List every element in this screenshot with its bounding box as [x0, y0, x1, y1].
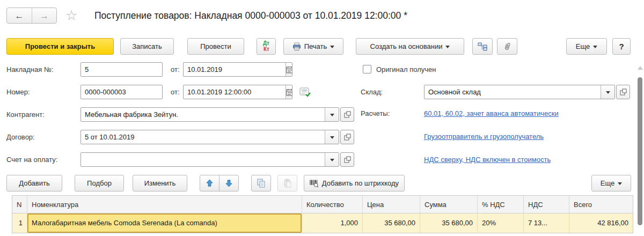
warehouse-value[interactable]: Основной склад	[425, 88, 601, 96]
from-label: от:	[171, 85, 180, 100]
counterparty-value[interactable]: Мебельная фабрика Зейтун.	[81, 110, 325, 119]
cell-price[interactable]: 35 680,00	[363, 213, 420, 233]
arrow-down-icon	[225, 179, 233, 187]
warehouse-dropdown-button[interactable]	[601, 85, 614, 99]
post-and-close-button[interactable]: Провести и закрыть	[6, 38, 114, 55]
original-received-label: Оригинал получен	[376, 62, 436, 77]
table-row[interactable]: 1 Малогабаритная мебель Comoda Serenada …	[12, 213, 633, 233]
contract-field[interactable]: 5 от 10.01.2019	[80, 130, 339, 144]
change-items-button[interactable]: Изменить	[133, 175, 187, 191]
vat-settings-link[interactable]: НДС сверху, НДС включен в стоимость	[424, 156, 551, 164]
more-actions-button[interactable]: Еще	[566, 38, 607, 55]
add-by-barcode-button[interactable]: Добавить по штрихкоду	[304, 175, 405, 191]
calendar-button[interactable]	[286, 85, 292, 99]
consignor-consignee-link[interactable]: Грузоотправитель и грузополучатель	[424, 132, 544, 141]
number-input[interactable]	[81, 85, 163, 99]
chevron-down-icon	[330, 46, 334, 50]
warehouse-open-button[interactable]	[616, 85, 630, 99]
contract-value[interactable]: 5 от 10.01.2019	[81, 133, 325, 141]
add-row-button[interactable]: Добавить	[6, 175, 62, 191]
paperclip-icon	[503, 42, 512, 51]
column-header-sum: Сумма	[420, 196, 478, 213]
barcode-icon	[310, 179, 319, 188]
contract-dropdown-button[interactable]	[325, 130, 339, 144]
items-table: N Номенклатура Количество Цена Сумма % Н…	[12, 195, 633, 233]
chevron-down-icon	[593, 46, 597, 50]
number-datetime-field[interactable]	[183, 85, 292, 99]
warehouse-field[interactable]: Основной склад	[424, 85, 615, 99]
from-label: от:	[171, 62, 180, 77]
print-menu-button[interactable]: Печать	[283, 38, 343, 55]
column-header-n: N	[12, 196, 27, 213]
contract-open-button[interactable]	[340, 130, 354, 144]
counterparty-field[interactable]: Мебельная фабрика Зейтун.	[80, 107, 339, 122]
arrow-up-icon	[206, 179, 214, 187]
column-header-price: Цена	[363, 196, 420, 213]
paste-icon	[283, 179, 292, 188]
back-arrow-icon	[15, 11, 24, 20]
dtkt-postings-button[interactable]: Дт Кт	[257, 38, 276, 55]
create-based-on-button[interactable]: Создать на основании	[356, 38, 464, 55]
chevron-down-icon	[330, 136, 334, 141]
counterparty-open-button[interactable]	[340, 107, 354, 122]
cell-total[interactable]: 42 816,00	[569, 213, 633, 233]
invoice-date-field[interactable]	[183, 62, 292, 77]
nav-history-group	[6, 8, 57, 24]
original-received-checkbox[interactable]	[363, 65, 371, 73]
number-field[interactable]	[80, 85, 163, 99]
invoice-date-input[interactable]	[184, 63, 286, 76]
move-row-up-button[interactable]	[200, 175, 219, 191]
back-button[interactable]	[7, 8, 32, 23]
attachments-button[interactable]	[497, 38, 517, 55]
document-check-icon[interactable]	[299, 87, 311, 98]
number-datetime-input[interactable]	[184, 85, 286, 99]
calendar-button[interactable]	[286, 63, 292, 76]
counterparty-dropdown-button[interactable]	[325, 108, 339, 121]
open-link-icon	[620, 88, 627, 95]
column-header-total: Всего	[569, 196, 633, 213]
payment-invoice-field[interactable]	[80, 152, 339, 167]
invoice-no-input[interactable]	[81, 63, 163, 76]
column-header-quantity: Количество	[302, 196, 363, 213]
settlements-label: Расчеты:	[361, 106, 390, 121]
vertical-scrollbar	[636, 62, 643, 236]
page-title: Поступление товаров: Накладная 0000-0000…	[94, 10, 407, 21]
settlements-link[interactable]: 60.01, 60.02, зачет аванса автоматически	[424, 109, 559, 117]
dtkt-icon: Дт Кт	[263, 41, 269, 52]
cell-quantity[interactable]: 1,000	[302, 213, 363, 233]
open-link-icon	[344, 111, 351, 118]
write-button[interactable]: Записать	[120, 38, 174, 55]
cell-vat[interactable]: 7 13...	[524, 213, 569, 233]
column-header-vat-percent: % НДС	[478, 196, 524, 213]
printer-icon	[292, 42, 301, 51]
payment-invoice-open-button[interactable]	[340, 152, 354, 167]
copy-rows-button[interactable]	[251, 175, 271, 191]
payment-invoice-dropdown-button[interactable]	[325, 153, 339, 166]
scroll-up-arrow-icon[interactable]	[638, 63, 643, 70]
chevron-down-icon	[606, 91, 610, 96]
paste-rows-button[interactable]	[277, 175, 297, 191]
counterparty-label: Контрагент:	[6, 107, 45, 122]
goods-receipt-document-window: Поступление товаров: Накладная 0000-0000…	[0, 0, 644, 236]
items-table-header: N Номенклатура Количество Цена Сумма % Н…	[12, 196, 633, 213]
calendar-icon	[286, 88, 292, 96]
move-row-down-button[interactable]	[219, 175, 239, 191]
help-button[interactable]: ?	[612, 38, 631, 55]
chevron-down-icon	[445, 46, 450, 50]
pick-items-button[interactable]: Подбор	[75, 175, 124, 191]
scrollbar-thumb[interactable]	[638, 77, 642, 225]
cell-sum[interactable]: 35 680,00	[420, 213, 478, 233]
forward-button[interactable]	[32, 8, 56, 23]
cell-nomenclature[interactable]: Малогабаритная мебель Comoda Serenada (L…	[27, 213, 302, 233]
post-button[interactable]: Провести	[187, 38, 244, 55]
items-more-button[interactable]: Еще	[591, 175, 631, 191]
related-documents-button[interactable]	[472, 38, 493, 55]
chevron-down-icon	[618, 182, 622, 187]
payment-invoice-label: Счет на оплату:	[6, 152, 57, 167]
cell-vat-percent[interactable]: 20%	[478, 213, 524, 233]
invoice-no-field[interactable]	[80, 62, 163, 77]
favorite-star-icon[interactable]	[65, 9, 77, 22]
column-header-vat: НДС	[524, 196, 569, 213]
cell-row-number[interactable]: 1	[12, 213, 27, 233]
forward-arrow-icon	[40, 11, 49, 20]
